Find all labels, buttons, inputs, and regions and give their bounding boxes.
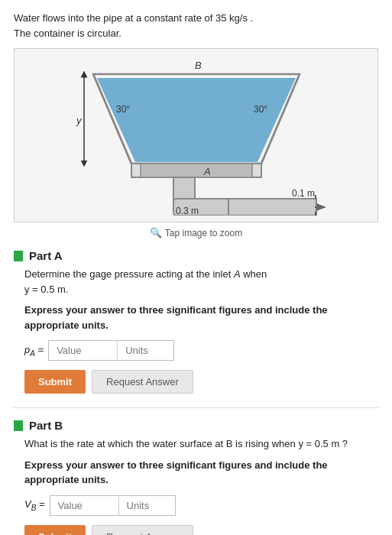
svg-marker-0 (97, 78, 296, 162)
svg-text:A: A (203, 166, 211, 177)
part-b-express: Express your answer to three significant… (14, 458, 378, 488)
part-b-header: Part B (14, 419, 378, 432)
diagram-container: y 30° 30° B A 0.3 m 0.1 m (14, 48, 378, 222)
part-a-express: Express your answer to three significant… (14, 303, 378, 332)
part-b-desc: What is the rate at which the water surf… (14, 436, 378, 452)
part-b-section: Part B What is the rate at which the wat… (14, 419, 378, 535)
page: Water flows into the pipe at a constant … (0, 0, 392, 535)
part-a-header: Part A (14, 249, 378, 262)
svg-text:y: y (76, 115, 83, 126)
part-b-value-input[interactable] (50, 495, 118, 516)
part-a-input-group (48, 340, 174, 361)
zoom-icon: 🔍 (150, 227, 162, 238)
svg-text:30°: 30° (116, 104, 130, 115)
part-b-label: VB = (24, 498, 45, 512)
problem-line2: The container is circular. (14, 26, 378, 41)
part-a-flag (14, 251, 23, 261)
svg-rect-7 (173, 177, 195, 200)
part-b-input-group (50, 495, 176, 516)
svg-text:0.3 m: 0.3 m (176, 206, 199, 216)
part-b-answer-row: VB = (14, 495, 378, 516)
problem-line1: Water flows into the pipe at a constant … (14, 11, 378, 26)
part-a-value-input[interactable] (48, 340, 117, 361)
tap-zoom-label: Tap image to zoom (165, 228, 242, 238)
problem-text: Water flows into the pipe at a constant … (14, 11, 378, 41)
svg-rect-6 (141, 164, 252, 177)
part-a-units-input[interactable] (117, 340, 174, 361)
part-b-units-input[interactable] (118, 495, 176, 516)
part-a-request-button[interactable]: Request Answer (92, 370, 193, 394)
part-b-request-button[interactable]: Request Answer (92, 525, 193, 536)
svg-text:0.1 m: 0.1 m (292, 188, 315, 199)
part-b-title: Part B (29, 419, 63, 432)
part-b-flag (14, 420, 23, 431)
part-b-submit-button[interactable]: Submit (24, 525, 86, 536)
diagram-svg: y 30° 30° B A 0.3 m 0.1 m (55, 55, 338, 216)
tap-zoom-row[interactable]: 🔍 Tap image to zoom (14, 227, 378, 238)
part-a-title: Part A (29, 249, 63, 262)
part-a-desc: Determine the gage pressure acting at th… (14, 267, 378, 297)
divider (14, 407, 378, 408)
part-a-btn-row: Submit Request Answer (14, 370, 378, 394)
part-a-label: pA = (24, 344, 44, 358)
part-a-answer-row: pA = (14, 340, 378, 361)
svg-text:30°: 30° (254, 104, 267, 115)
part-a-submit-button[interactable]: Submit (24, 370, 86, 394)
part-b-btn-row: Submit Request Answer (14, 525, 378, 536)
part-a-section: Part A Determine the gage pressure actin… (14, 249, 378, 394)
svg-rect-9 (228, 199, 316, 216)
svg-text:B: B (195, 60, 202, 71)
